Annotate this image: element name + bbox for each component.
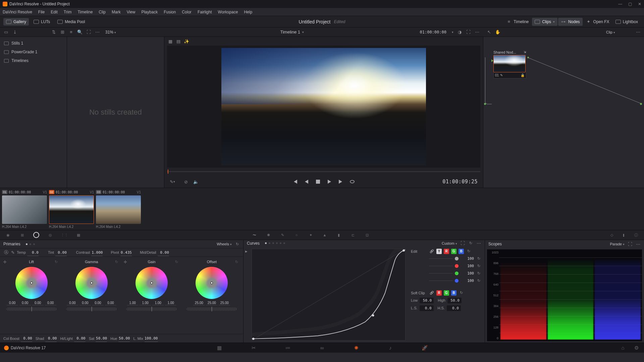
nodes-toggle[interactable]: ⊶Nodes <box>558 18 583 26</box>
grid-view-icon[interactable]: ⊞ <box>60 29 65 35</box>
project-settings-icon[interactable]: ⚙ <box>633 345 640 351</box>
reset-curves-icon[interactable] <box>468 241 473 246</box>
hand-icon[interactable]: ✋ <box>495 29 500 35</box>
lmix-value[interactable]: 100.00 <box>145 336 158 341</box>
clip-thumb-3[interactable]: 0301:00:00:00V1 H.264 Main L4.2 <box>96 189 141 229</box>
scopes-mode-dropdown[interactable]: Parade ▾ <box>610 242 625 246</box>
lift-jog[interactable] <box>6 307 57 311</box>
colboost-value[interactable]: 0.00 <box>21 336 32 341</box>
page-media-icon[interactable]: ▦ <box>216 345 223 351</box>
menu-playback[interactable]: Playback <box>141 10 158 14</box>
sc-low-value[interactable]: 50.0 <box>420 298 434 303</box>
gamma-wheel[interactable]: Gamma 0.000.000.000.00 <box>63 259 120 334</box>
chan-g-button[interactable]: G <box>451 249 457 254</box>
first-frame-button[interactable] <box>292 179 298 185</box>
timeline-toggle[interactable]: ≡Timeline <box>503 18 531 26</box>
sc-g-button[interactable]: G <box>444 290 449 296</box>
gallery-item-stills[interactable]: Stills 1 <box>0 39 67 48</box>
hdr-icon[interactable]: ◎ <box>47 232 54 238</box>
menu-help[interactable]: Help <box>244 10 252 14</box>
offset-reset-icon[interactable] <box>235 260 239 264</box>
clip-thumb-2[interactable]: 0201:00:00:00V1 H.264 Main L4.2 <box>49 189 94 229</box>
maximize-button[interactable]: ▢ <box>628 2 632 6</box>
sc-r-button[interactable]: R <box>436 290 442 296</box>
timecode-readout[interactable]: 01:00:00:00 <box>420 30 446 35</box>
offset-jog[interactable] <box>186 307 237 311</box>
gamma-reset-icon[interactable] <box>115 260 119 264</box>
sc-b-button[interactable]: B <box>451 290 457 296</box>
pivot-value[interactable]: 0.435 <box>120 250 132 255</box>
sort-icon[interactable]: ⇅ <box>51 29 56 35</box>
curves-more-icon[interactable]: ⋯ <box>476 241 481 246</box>
gain-jog[interactable] <box>126 307 177 311</box>
maximize-viewer-icon[interactable]: ⛶ <box>86 29 91 35</box>
mid-value[interactable]: 0.00 <box>158 250 169 255</box>
clip-thumb-1[interactable]: 0101:00:00:00V1 H.264 Main L4.2 <box>2 189 47 229</box>
minimize-button[interactable]: — <box>618 2 622 6</box>
menu-timeline[interactable]: Timeline <box>77 10 93 14</box>
viewer-highlight-icon[interactable]: ▤ <box>176 39 181 44</box>
menu-workspace[interactable]: Workspace <box>218 10 238 14</box>
temp-value[interactable]: 0.0 <box>27 250 39 255</box>
hilight-value[interactable]: 0.00 <box>74 336 86 341</box>
gain-picker-icon[interactable]: ⊹ <box>124 260 128 264</box>
warper-icon[interactable]: ✱ <box>265 232 272 238</box>
rgb-mixer-icon[interactable]: ⋮⋮ <box>61 232 68 238</box>
sc-hs-value[interactable]: 0.0 <box>447 305 461 311</box>
gamma-jog[interactable] <box>66 307 117 311</box>
expand-icon[interactable]: ⛶ <box>466 29 471 35</box>
wheels-mode-dropdown[interactable]: Wheels ▾ <box>217 242 232 246</box>
blur-icon[interactable]: ▮ <box>335 232 342 238</box>
curves-mode-dropdown[interactable]: Custom ▾ <box>442 241 457 245</box>
timeline-name[interactable]: Timeline 1 <box>280 29 300 35</box>
lift-wheel[interactable]: ⊹Lift 0.000.000.000.00 <box>3 259 60 334</box>
menu-mark[interactable]: Mark <box>112 10 121 14</box>
menu-fairlight[interactable]: Fairlight <box>198 10 212 14</box>
menu-edit[interactable]: Edit <box>51 10 58 14</box>
tint-value[interactable]: 0.00 <box>55 250 67 255</box>
pointer-icon[interactable]: ↖ <box>486 29 492 35</box>
window-icon[interactable]: ○ <box>293 232 300 238</box>
scopes-more-icon[interactable]: ⋯ <box>635 241 641 247</box>
curve-collapse-icon[interactable]: ▸ <box>244 249 249 254</box>
reset-softclip-icon[interactable] <box>459 290 464 296</box>
sc-high-value[interactable]: 50.0 <box>447 298 462 303</box>
reset-primaries-icon[interactable] <box>234 241 240 247</box>
last-frame-button[interactable] <box>338 179 344 185</box>
page-fairlight-icon[interactable]: ♪ <box>387 345 394 351</box>
prev-frame-button[interactable] <box>304 179 310 185</box>
media-pool-toggle[interactable]: Media Pool <box>55 18 88 25</box>
menu-trim[interactable]: Trim <box>64 10 72 14</box>
image-wipe-icon[interactable]: ◑ <box>457 29 462 35</box>
menu-clip[interactable]: Clip <box>99 10 106 14</box>
scopes-icon[interactable]: ⫿ <box>621 232 627 238</box>
loop-button[interactable] <box>349 179 355 185</box>
home-icon[interactable]: ⌂ <box>619 345 627 351</box>
chan-y-button[interactable]: Y <box>436 249 442 254</box>
reset-edit-icon[interactable] <box>466 249 471 254</box>
softclip-link-icon[interactable] <box>429 290 434 296</box>
gallery-item-timelines[interactable]: Timelines <box>0 56 67 65</box>
zoom-dropdown[interactable]: 31% ▾ <box>105 30 116 35</box>
keyframes-icon[interactable]: ◇ <box>608 232 615 238</box>
viewer-more-icon[interactable]: ⋯ <box>474 29 480 35</box>
luts-toggle[interactable]: LUTs <box>31 18 53 25</box>
camera-raw-icon[interactable]: ◉ <box>5 232 11 238</box>
lift-reset-icon[interactable] <box>55 260 59 264</box>
edit-link-icon[interactable] <box>429 249 434 254</box>
menu-fusion[interactable]: Fusion <box>164 10 176 14</box>
curves-icon[interactable]: 〜 <box>251 232 258 238</box>
magic-mask-icon[interactable]: ▲ <box>321 232 328 238</box>
auto-balance-icon[interactable]: Ⓐ <box>3 250 9 255</box>
viewer-canvas[interactable] <box>167 46 480 168</box>
menu-file[interactable]: File <box>38 10 45 14</box>
gallery-toggle[interactable]: Gallery <box>3 18 29 25</box>
sizing-icon[interactable]: ⊡ <box>364 232 370 238</box>
stop-button[interactable] <box>315 179 321 185</box>
hue-value[interactable]: 50.00 <box>118 336 130 341</box>
unmix-icon[interactable]: ⊘ <box>183 179 189 184</box>
lift-picker-icon[interactable]: ⊹ <box>3 260 7 264</box>
menu-color[interactable]: Color <box>182 10 192 14</box>
key-icon[interactable]: ⊏ <box>350 232 356 238</box>
list-view-icon[interactable]: ≡ <box>68 29 74 35</box>
